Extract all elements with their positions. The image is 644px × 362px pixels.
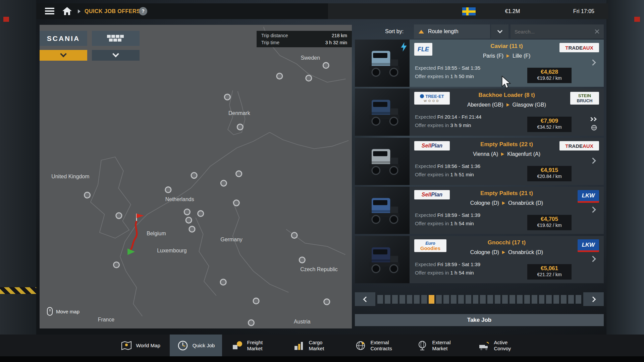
country-labels: Sweden Denmark United Kingdom Netherland…: [51, 55, 337, 324]
trip-time-label: Trip time: [261, 40, 279, 45]
pagination-tick[interactable]: [473, 295, 479, 304]
job-card[interactable]: FLE Caviar (11 t) TRADEAUX Paris (F)Lill…: [355, 40, 604, 87]
nav-item-freight-market[interactable]: Freight Market: [224, 335, 284, 356]
pagination-tick[interactable]: [436, 295, 442, 304]
country-label: United Kingdom: [51, 174, 89, 179]
job-price: €7,909: [527, 118, 572, 124]
job-card[interactable]: Euro Goodies Gnocchi (17 t) LKW Cologne …: [355, 236, 604, 283]
next-page-button[interactable]: [583, 292, 604, 306]
pagination-tick[interactable]: [385, 295, 390, 304]
bottom-strip: [0, 356, 644, 362]
expand-chevron-icon: [590, 206, 596, 213]
pagination-tick[interactable]: [466, 295, 471, 304]
pagination-tick[interactable]: [407, 295, 413, 304]
pagination-tick[interactable]: [480, 295, 486, 304]
route-text: Paris (F)Lille (F): [410, 53, 604, 59]
pagination-tick[interactable]: [399, 295, 405, 304]
country-label: Sweden: [301, 55, 320, 61]
pagination: [355, 292, 604, 306]
truck-brand-button[interactable]: SCANIA: [40, 31, 87, 46]
route-to: Osnabrück (D): [508, 249, 543, 255]
sort-by-label: Sort by:: [385, 24, 404, 39]
nav-item-cargo-market[interactable]: Cargo Market: [286, 335, 345, 356]
trip-time-value: 3 h 32 min: [325, 40, 347, 45]
job-rate: €20.84 / km: [527, 174, 572, 179]
nav-item-external-contracts[interactable]: External Contracts: [347, 335, 407, 356]
pagination-tick[interactable]: [392, 295, 398, 304]
nav-item-active-convoy[interactable]: Active Convoy: [471, 335, 531, 356]
pagination-tick[interactable]: [546, 295, 552, 304]
pagination-tick[interactable]: [487, 295, 493, 304]
red-indicator-light: [3, 17, 9, 22]
job-card[interactable]: SellPlan Empty Pallets (21 t) LKW Cologn…: [355, 187, 604, 234]
europe-map[interactable]: Sweden Denmark United Kingdom Netherland…: [40, 25, 352, 328]
mouse-icon: [47, 307, 53, 316]
freight-market-icon: [231, 340, 243, 351]
nav-item-external-market[interactable]: External Market: [409, 335, 469, 356]
pagination-tick[interactable]: [451, 295, 457, 304]
player-money: €1.2M: [492, 3, 533, 19]
nav-item-quick-job[interactable]: Quick Job: [170, 335, 222, 356]
country-label: Netherlands: [165, 196, 194, 202]
pagination-tick[interactable]: [509, 295, 515, 304]
route-arrow-icon: [502, 201, 505, 205]
route-from: Aberdeen (GB): [467, 102, 503, 108]
pagination-tick[interactable]: [414, 295, 420, 304]
globe-grid-icon: [355, 340, 366, 351]
country-label: Luxembourg: [157, 248, 186, 254]
truck-image: [361, 96, 404, 128]
pagination-tick[interactable]: [568, 295, 574, 304]
chevron-left-icon: [363, 296, 369, 302]
route-start-flag-icon: [137, 214, 144, 218]
truck-image: [361, 145, 404, 178]
sort-dropdown[interactable]: Route length: [414, 24, 490, 39]
home-icon[interactable]: [62, 6, 72, 16]
trailer-icon: [106, 34, 125, 43]
truck-thumbnail: [355, 88, 410, 136]
help-button[interactable]: ?: [139, 7, 147, 15]
job-times: Expected Fri 18:56 - Sat 1:36 Offer expi…: [415, 162, 480, 179]
map-panel: Sweden Denmark United Kingdom Netherland…: [40, 25, 352, 328]
country-label: Germany: [220, 237, 242, 242]
search-input[interactable]: [515, 29, 594, 35]
truck-thumbnail: [355, 40, 410, 87]
route-text: Vienna (A)Klagenfurt (A): [410, 151, 604, 157]
prev-page-button[interactable]: [355, 292, 375, 306]
pagination-tick[interactable]: [458, 295, 464, 304]
pagination-tick[interactable]: [502, 295, 508, 304]
clear-search-icon[interactable]: [594, 29, 600, 34]
pagination-tick[interactable]: [421, 295, 427, 304]
sort-value: Route length: [428, 28, 459, 35]
pagination-tick[interactable]: [517, 295, 523, 304]
pagination-tick[interactable]: [495, 295, 500, 304]
route-arrow-icon: [506, 54, 509, 58]
truck-dropdown-chevron[interactable]: [40, 50, 87, 61]
route-arrow-icon: [502, 251, 505, 254]
pagination-ticks: [377, 292, 581, 306]
pagination-tick[interactable]: [539, 295, 545, 304]
sort-direction-button[interactable]: [491, 24, 508, 39]
route-arrow-icon: [506, 103, 509, 107]
route-to: Klagenfurt (A): [507, 151, 540, 157]
page-title: QUICK JOB OFFERS: [85, 3, 140, 19]
pagination-tick[interactable]: [553, 295, 559, 304]
trailer-dropdown-chevron[interactable]: [92, 50, 140, 61]
pagination-tick[interactable]: [429, 295, 434, 304]
nav-item-world-map[interactable]: World Map: [113, 335, 168, 356]
search-box: [511, 24, 604, 39]
route-line: [129, 221, 137, 251]
trailer-button[interactable]: [92, 31, 140, 46]
pagination-tick[interactable]: [561, 295, 567, 304]
truck-image: [361, 194, 404, 227]
country-label: France: [98, 317, 115, 322]
take-job-button[interactable]: Take Job: [355, 314, 604, 326]
pagination-tick[interactable]: [443, 295, 449, 304]
pagination-tick[interactable]: [532, 295, 537, 304]
job-card[interactable]: SellPlan Empty Pallets (22 t) TRADEAUX V…: [355, 138, 604, 185]
pagination-tick[interactable]: [576, 295, 581, 304]
job-card[interactable]: TREE-ET WOOD Backhoe Loader (8 t) STEIN …: [355, 88, 604, 136]
menu-icon[interactable]: [45, 8, 54, 15]
pagination-tick[interactable]: [524, 295, 530, 304]
pagination-tick[interactable]: [377, 295, 383, 304]
route-from: Cologne (D): [470, 249, 499, 255]
